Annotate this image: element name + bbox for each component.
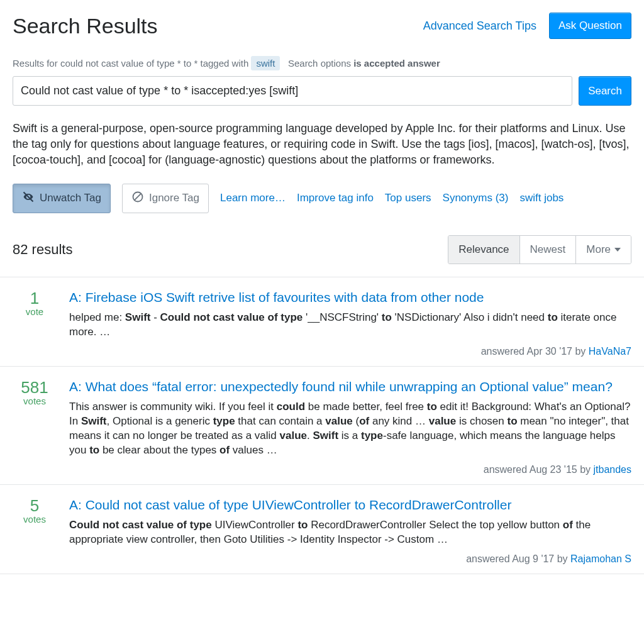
answered-text: answered Aug 23 '15 by — [484, 464, 594, 475]
vote-label: vote — [13, 306, 57, 317]
result-title-link[interactable]: A: What does “fatal error: unexpectedly … — [69, 378, 631, 395]
vote-count: 1 — [13, 290, 57, 306]
tab-more-label: More — [586, 243, 611, 256]
author-link[interactable]: jtbandes — [594, 464, 632, 475]
sort-tabs: Relevance Newest More — [448, 235, 631, 264]
results-count: 82 results — [13, 242, 72, 258]
ignore-tag-button[interactable]: Ignore Tag — [122, 184, 209, 213]
swift-jobs-link[interactable]: swift jobs — [519, 192, 564, 204]
info-tagged-with: tagged with — [201, 58, 249, 69]
search-result: 1 vote A: Firebase iOS Swift retrive lis… — [0, 277, 644, 367]
answered-text: answered Apr 30 '17 by — [481, 346, 589, 357]
ignore-label: Ignore Tag — [149, 192, 199, 204]
vote-block: 1 vote — [13, 289, 57, 357]
answered-text: answered Aug 9 '17 by — [466, 553, 570, 564]
result-excerpt: Could not cast value of type UIViewContr… — [69, 518, 631, 547]
vote-count: 581 — [13, 379, 57, 396]
info-query: could not cast value of type * to * — [60, 58, 197, 69]
info-options-value: is accepted answer — [353, 58, 440, 69]
tab-newest[interactable]: Newest — [519, 236, 576, 264]
vote-block: 581 votes — [13, 378, 57, 475]
result-title-link[interactable]: A: Firebase iOS Swift retrive list of fa… — [69, 289, 631, 306]
ask-question-button[interactable]: Ask Question — [549, 13, 631, 39]
result-title-link[interactable]: A: Could not cast value of type UIViewCo… — [69, 496, 631, 513]
search-info-line: Results for could not cast value of type… — [13, 58, 631, 69]
svg-line-2 — [135, 193, 142, 200]
vote-label: votes — [13, 514, 57, 525]
learn-more-link[interactable]: Learn more… — [220, 192, 286, 204]
result-meta: answered Apr 30 '17 by HaVaNa7 — [69, 346, 631, 357]
search-result: 5 votes A: Could not cast value of type … — [0, 485, 644, 574]
unwatch-tag-button[interactable]: Unwatch Tag — [13, 184, 111, 213]
vote-count: 5 — [13, 497, 57, 514]
header-actions: Advanced Search Tips Ask Question — [423, 13, 631, 39]
result-list: 1 vote A: Firebase iOS Swift retrive lis… — [0, 277, 644, 574]
result-meta: answered Aug 23 '15 by jtbandes — [69, 464, 631, 475]
tab-more[interactable]: More — [575, 236, 631, 264]
search-result: 581 votes A: What does “fatal error: une… — [0, 367, 644, 485]
eye-off-icon — [22, 191, 35, 206]
tag-actions: Unwatch Tag Ignore Tag Learn more… Impro… — [13, 184, 631, 213]
synonyms-link[interactable]: Synonyms (3) — [443, 192, 509, 204]
tag-pill-swift[interactable]: swift — [251, 56, 280, 70]
improve-tag-info-link[interactable]: Improve tag info — [297, 192, 374, 204]
chevron-down-icon — [614, 248, 621, 252]
search-button[interactable]: Search — [579, 76, 631, 106]
search-input[interactable] — [13, 76, 572, 106]
tab-relevance[interactable]: Relevance — [448, 236, 519, 264]
vote-label: votes — [13, 396, 57, 406]
result-meta: answered Aug 9 '17 by Rajamohan S — [69, 553, 631, 565]
author-link[interactable]: HaVaNa7 — [589, 346, 631, 357]
info-options-label: Search options — [288, 58, 351, 69]
result-excerpt: helped me: Swift - Could not cast value … — [69, 311, 631, 340]
unwatch-label: Unwatch Tag — [40, 192, 101, 204]
top-users-link[interactable]: Top users — [385, 192, 431, 204]
result-excerpt: This answer is community wiki. If you fe… — [69, 400, 631, 458]
ban-icon — [131, 191, 144, 206]
advanced-search-tips-link[interactable]: Advanced Search Tips — [423, 19, 536, 33]
tag-description: Swift is a general-purpose, open-source … — [13, 121, 631, 169]
info-prefix: Results for — [13, 58, 58, 69]
vote-block: 5 votes — [13, 496, 57, 565]
author-link[interactable]: Rajamohan S — [570, 553, 631, 564]
page-title: Search Results — [13, 14, 158, 38]
